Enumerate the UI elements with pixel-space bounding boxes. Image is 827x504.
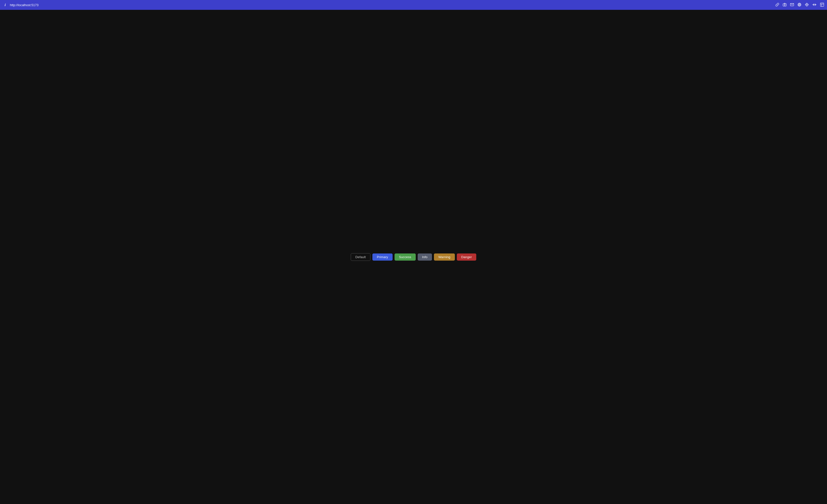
layout-icon[interactable] <box>820 3 824 7</box>
mail-icon[interactable] <box>790 3 794 7</box>
camera-icon[interactable] <box>783 3 787 7</box>
target-icon[interactable] <box>805 3 809 7</box>
svg-point-1 <box>784 4 785 5</box>
success-button[interactable]: Success <box>395 254 416 261</box>
primary-button[interactable]: Primary <box>373 254 393 261</box>
svg-rect-0 <box>783 4 786 6</box>
info-button[interactable]: Info <box>418 254 432 261</box>
danger-button[interactable]: Danger <box>457 254 476 261</box>
info-icon: i <box>3 3 7 7</box>
button-group: Default Primary Success Info Warning Dan… <box>351 253 476 261</box>
warning-button[interactable]: Warning <box>434 254 455 261</box>
arrows-icon[interactable] <box>812 3 817 7</box>
main-content: Default Primary Success Info Warning Dan… <box>0 10 827 504</box>
svg-point-6 <box>806 4 807 5</box>
browser-toolbar <box>775 3 824 7</box>
browser-url[interactable]: http://localhost:5173 <box>10 3 773 7</box>
browser-bar: i http://localhost:5173 <box>0 0 827 10</box>
globe-icon[interactable] <box>797 3 801 7</box>
svg-rect-7 <box>820 3 824 6</box>
link-icon[interactable] <box>775 3 779 7</box>
default-button[interactable]: Default <box>351 253 371 261</box>
